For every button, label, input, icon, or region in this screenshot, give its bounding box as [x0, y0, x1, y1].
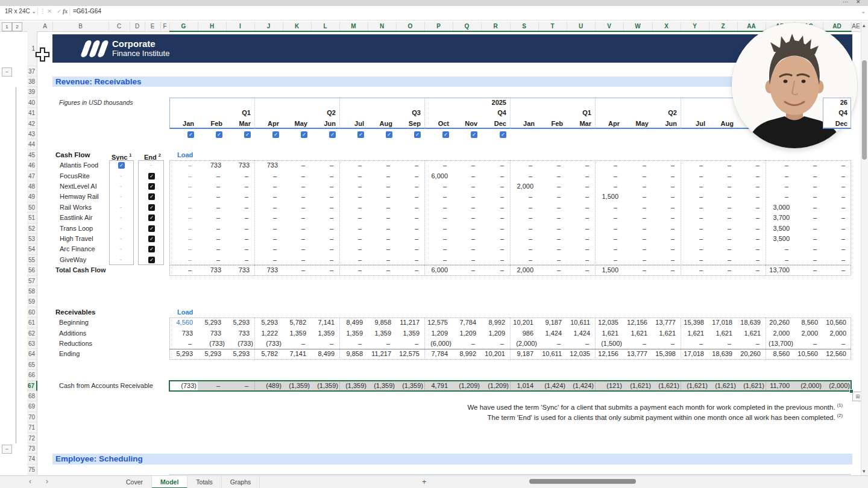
- cashflow-cell-r9-c0[interactable]: –: [169, 255, 192, 265]
- sync-dash-8[interactable]: -: [120, 244, 122, 254]
- end-dash-0[interactable]: -: [150, 160, 152, 170]
- total-cell-c16[interactable]: –: [623, 265, 646, 275]
- cashflow-cell-r0-c21[interactable]: –: [766, 160, 788, 170]
- row-header-72[interactable]: 72: [27, 433, 37, 443]
- column-header-M[interactable]: M: [339, 22, 368, 32]
- cashflow-cell-r2-c1[interactable]: –: [198, 181, 220, 192]
- month-label-8[interactable]: Sep: [396, 119, 421, 129]
- cashflow-cell-r0-c19[interactable]: –: [709, 160, 731, 170]
- cashflow-cell-r5-c9[interactable]: –: [424, 213, 447, 223]
- name-box-chevron-down-icon[interactable]: ⌄: [31, 8, 36, 14]
- receivables-cell-r3-c11[interactable]: 10,201: [481, 349, 505, 359]
- sync-dash-6[interactable]: -: [120, 224, 122, 234]
- month-checkbox-0[interactable]: ✓: [187, 131, 194, 138]
- month-checkbox-4[interactable]: ✓: [301, 131, 307, 138]
- cashflow-cell-r0-c23[interactable]: –: [823, 160, 845, 170]
- cashflow-cell-r9-c17[interactable]: –: [652, 255, 675, 265]
- cashflow-cell-r9-c3[interactable]: –: [254, 255, 277, 265]
- client-name-4[interactable]: Rail Works: [60, 202, 92, 213]
- month-label-5[interactable]: Jun: [311, 119, 336, 129]
- cashflow-cell-r5-c7[interactable]: –: [368, 213, 390, 223]
- receivables-cell-r0-c4[interactable]: 5,782: [283, 318, 306, 328]
- sync-column-header[interactable]: Sync 1: [112, 150, 132, 160]
- cashflow-cell-r1-c2[interactable]: –: [226, 171, 248, 181]
- cashflow-cell-r6-c0[interactable]: –: [169, 224, 192, 234]
- end-checkbox-3[interactable]: ✓: [148, 193, 155, 200]
- cashflow-cell-r0-c5[interactable]: –: [311, 160, 333, 170]
- receivables-cell-r3-c21[interactable]: 8,560: [766, 349, 790, 359]
- row-header-44[interactable]: 44: [27, 139, 37, 149]
- receivables-cell-r0-c11[interactable]: 8,992: [481, 318, 505, 328]
- receivables-cell-r2-c19[interactable]: –: [709, 339, 731, 349]
- receivables-row-label-2[interactable]: Reductions: [59, 339, 92, 349]
- receivables-cell-r3-c20[interactable]: 20,260: [737, 349, 761, 359]
- cashflow-cell-r3-c19[interactable]: –: [709, 192, 731, 202]
- receivables-cell-r0-c7[interactable]: 9,858: [368, 318, 391, 328]
- cashflow-cell-r9-c11[interactable]: –: [481, 255, 504, 265]
- year-label-11[interactable]: 2025: [481, 98, 506, 108]
- cashflow-cell-r3-c5[interactable]: –: [311, 192, 333, 202]
- cashflow-cell-r6-c1[interactable]: –: [198, 224, 220, 234]
- cashflow-cell-r9-c20[interactable]: –: [737, 255, 760, 265]
- cash-ar-cell-c4[interactable]: (1,359): [283, 381, 310, 391]
- receivables-cell-r2-c6[interactable]: –: [339, 339, 362, 349]
- selection-fill-handle[interactable]: [849, 389, 854, 393]
- cashflow-cell-r4-c12[interactable]: –: [510, 202, 532, 213]
- cashflow-cell-r3-c23[interactable]: –: [823, 192, 845, 202]
- cashflow-cell-r4-c17[interactable]: –: [652, 202, 675, 213]
- cashflow-cell-r7-c23[interactable]: –: [823, 234, 845, 244]
- column-header-W[interactable]: W: [623, 22, 653, 32]
- row-header-46[interactable]: 46: [27, 160, 37, 170]
- row-header-52[interactable]: 52: [27, 224, 37, 234]
- cash-ar-cell-c19[interactable]: (1,621): [709, 381, 736, 391]
- month-label-4[interactable]: May: [283, 119, 307, 129]
- cashflow-cell-r8-c18[interactable]: –: [681, 244, 703, 254]
- row-header-61[interactable]: 61: [27, 318, 37, 328]
- cashflow-cell-r9-c22[interactable]: –: [794, 255, 817, 265]
- total-cell-c6[interactable]: –: [339, 265, 362, 275]
- receivables-cell-r1-c1[interactable]: 733: [198, 328, 221, 339]
- total-cell-c7[interactable]: –: [368, 265, 390, 275]
- receivables-cell-r3-c7[interactable]: 11,217: [368, 349, 391, 359]
- cashflow-cell-r6-c16[interactable]: –: [623, 224, 646, 234]
- cashflow-cell-r6-c10[interactable]: –: [453, 224, 475, 234]
- cashflow-cell-r7-c14[interactable]: –: [567, 234, 589, 244]
- cashflow-cell-r3-c20[interactable]: –: [737, 192, 760, 202]
- cash-flow-load-link[interactable]: Load: [177, 150, 193, 160]
- column-header-T[interactable]: T: [538, 22, 567, 32]
- cashflow-cell-r1-c12[interactable]: –: [510, 171, 532, 181]
- cashflow-cell-r8-c5[interactable]: –: [311, 244, 333, 254]
- cashflow-cell-r0-c15[interactable]: –: [595, 160, 617, 170]
- cashflow-cell-r5-c13[interactable]: –: [538, 213, 561, 223]
- cashflow-cell-r3-c8[interactable]: –: [396, 192, 418, 202]
- cash-ar-cell-c15[interactable]: (121): [595, 381, 622, 391]
- row-header-70[interactable]: 70: [27, 412, 37, 422]
- outline-collapse-row37-button[interactable]: −: [2, 67, 12, 77]
- cashflow-cell-r5-c14[interactable]: –: [567, 213, 589, 223]
- month-label-19[interactable]: Aug: [709, 119, 734, 129]
- receivables-cell-r2-c11[interactable]: –: [481, 339, 504, 349]
- end-checkbox-8[interactable]: ✓: [148, 246, 155, 252]
- cashflow-cell-r0-c13[interactable]: –: [538, 160, 561, 170]
- cashflow-cell-r8-c2[interactable]: –: [226, 244, 248, 254]
- row-header-1[interactable]: 1: [27, 31, 37, 66]
- receivables-cell-r2-c21[interactable]: (13,700): [766, 339, 793, 349]
- cashflow-cell-r5-c18[interactable]: –: [681, 213, 703, 223]
- footnote-sync[interactable]: We have used the term 'Sync' for a clien…: [467, 402, 843, 411]
- cash-ar-cell-c12[interactable]: 1,014: [510, 381, 533, 391]
- cashflow-cell-r2-c3[interactable]: –: [254, 181, 277, 192]
- receivables-load-link[interactable]: Load: [177, 307, 193, 318]
- window-close-icon[interactable]: ✕: [856, 0, 861, 5]
- receivables-cell-r0-c9[interactable]: 12,575: [424, 318, 448, 328]
- receivables-cell-r3-c17[interactable]: 15,398: [652, 349, 676, 359]
- cashflow-cell-r4-c1[interactable]: –: [198, 202, 220, 213]
- cashflow-cell-r9-c5[interactable]: –: [311, 255, 333, 265]
- receivables-cell-r0-c5[interactable]: 7,141: [311, 318, 335, 328]
- cashflow-cell-r1-c8[interactable]: –: [396, 171, 418, 181]
- total-cell-c9[interactable]: 6,000: [424, 265, 448, 275]
- cashflow-cell-r3-c4[interactable]: –: [283, 192, 305, 202]
- column-header-J[interactable]: J: [254, 22, 283, 32]
- receivables-cell-r0-c15[interactable]: 12,035: [595, 318, 618, 328]
- row-header-57[interactable]: 57: [27, 276, 37, 286]
- total-cell-c14[interactable]: –: [567, 265, 589, 275]
